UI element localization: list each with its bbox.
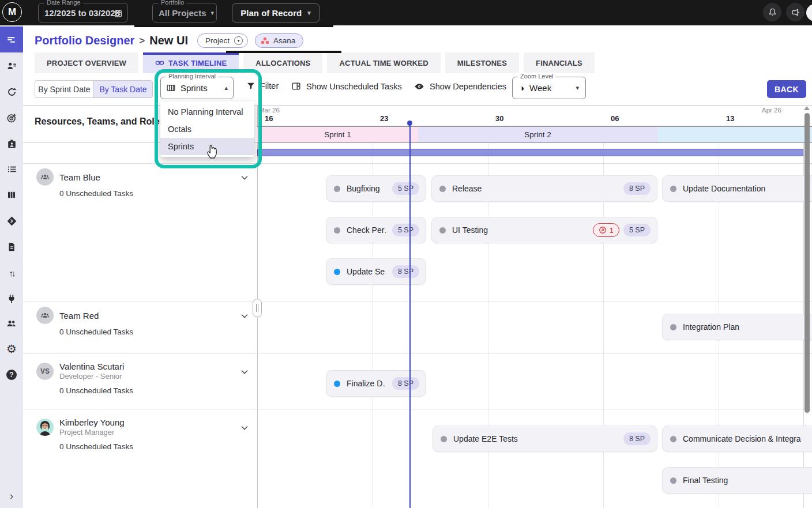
tab-task-timeline[interactable]: TASK TIMELINE <box>143 52 239 73</box>
scrollbar-up-arrow[interactable] <box>804 106 810 110</box>
chevron-down-icon[interactable] <box>240 367 249 377</box>
asana-icon <box>261 37 269 44</box>
sidebar-item-help[interactable]: ? <box>0 363 23 386</box>
avatar <box>36 168 54 186</box>
task-card-ui-testing[interactable]: UI Testing 1 5 SP <box>431 217 657 243</box>
task-card-finalize-design[interactable]: Finalize D… 8 SP <box>326 370 426 397</box>
badge-person-icon <box>6 138 17 149</box>
chevron-down-icon[interactable] <box>240 173 249 182</box>
sidebar-item-list[interactable] <box>0 157 23 180</box>
by-sprint-date-button[interactable]: By Sprint Date <box>35 80 94 98</box>
link-icon <box>155 58 164 67</box>
diamond-arrow-icon <box>6 216 17 227</box>
list-icon <box>6 164 17 175</box>
tab-milestones[interactable]: MILESTONES <box>445 52 519 73</box>
week-label: 23 <box>380 114 388 123</box>
task-card-integration-plan[interactable]: Integration Plan <box>662 314 812 340</box>
zoom-level-select[interactable]: Zoom Level ◑ Week ▾ <box>512 77 586 99</box>
left-sidebar: ↑↓ ⚙ ? › <box>0 25 23 508</box>
breadcrumb-separator: > <box>139 35 145 47</box>
row-name: Valentina Scutari <box>59 362 124 371</box>
panel-resize-handle[interactable] <box>253 299 262 317</box>
show-unscheduled-toggle[interactable]: Show Unscheduled Tasks <box>291 81 402 91</box>
task-card-communicate-decision[interactable]: Communicate Decision & Integra <box>662 426 812 452</box>
menu-item-no-planning-interval[interactable]: No Planning Interval <box>160 103 254 121</box>
breadcrumb-portfolio-designer[interactable]: Portfolio Designer <box>35 34 134 47</box>
planning-interval-select[interactable]: Planning Interval Sprints ▴ <box>160 77 234 99</box>
by-task-date-button[interactable]: By Task Date <box>93 80 153 98</box>
tab-financials[interactable]: FINANCIALS <box>524 52 595 73</box>
filter-button[interactable]: Filter <box>246 81 279 91</box>
filter-icon <box>246 81 255 91</box>
plan-of-record-button[interactable]: Plan of Record ▾ <box>232 3 319 22</box>
sidebar-item-settings[interactable]: ⚙ <box>0 337 23 360</box>
task-card-final-testing[interactable]: Final Testing <box>662 467 812 494</box>
columns-icon <box>6 190 17 200</box>
sidebar-item-roles[interactable] <box>0 132 23 155</box>
status-dot <box>670 186 676 192</box>
document-icon <box>6 242 17 252</box>
announcements-button[interactable] <box>786 3 805 21</box>
status-dot <box>334 186 340 192</box>
plan-of-record-label: Plan of Record <box>240 8 302 18</box>
sidebar-item-portfolio-designer[interactable] <box>0 27 23 52</box>
task-card-update-services[interactable]: Update Se… 8 SP <box>326 258 426 285</box>
sidebar-item-columns[interactable] <box>0 183 23 206</box>
filter-label: Filter <box>260 81 279 91</box>
task-card-release[interactable]: Release 8 SP <box>431 175 657 202</box>
date-range-field[interactable]: Date Range 12/2025 to 03/2028 <box>38 3 128 22</box>
sidebar-item-teams[interactable] <box>0 312 23 335</box>
sidebar-item-import-export[interactable]: ↑↓ <box>0 261 23 284</box>
person-photo-icon <box>36 419 54 436</box>
sidebar-collapse-button[interactable]: › <box>0 484 23 507</box>
sidebar-item-resources[interactable] <box>0 54 23 77</box>
sidebar-item-sync[interactable] <box>0 80 23 103</box>
row-role: Developer - Senior <box>59 372 122 381</box>
sprint-band: Sprint 1 Sprint 2 Sprint 3 <box>257 126 812 143</box>
row-name: Kimberley Young <box>59 417 125 427</box>
menu-item-octals[interactable]: Octals <box>160 121 254 138</box>
tab-allocations[interactable]: ALLOCATIONS <box>243 52 322 73</box>
chevron-down-icon: ▾ <box>211 9 215 17</box>
plug-icon <box>6 293 17 304</box>
row-name: Team Red <box>59 311 99 321</box>
tab-actual-time-worked[interactable]: ACTUAL TIME WORKED <box>327 52 440 73</box>
app-root: M Date Range 12/2025 to 03/2028 Portfoli… <box>0 0 812 508</box>
chevron-down-icon[interactable] <box>240 423 249 432</box>
people-icon <box>6 318 17 329</box>
row-unscheduled-count: 0 Unscheduled Tasks <box>59 442 133 451</box>
calendar-icon[interactable] <box>114 9 123 18</box>
sidebar-item-integrations[interactable] <box>0 287 23 310</box>
chevron-up-icon: ▴ <box>224 84 228 92</box>
sidebar-item-documents[interactable] <box>0 235 23 258</box>
portfolio-select[interactable]: Portfolio All Projects ▾ <box>152 3 217 22</box>
chevron-down-icon[interactable] <box>240 311 249 321</box>
project-type-pill[interactable]: Project ▾ <box>197 33 248 48</box>
vertical-scrollbar[interactable] <box>805 113 810 413</box>
user-avatar[interactable] <box>806 4 812 21</box>
task-card-update-e2e-tests[interactable]: Update E2E Tests 8 SP <box>433 426 657 452</box>
status-dot <box>670 436 676 442</box>
show-dependencies-toggle[interactable]: Show Dependencies <box>414 81 506 92</box>
sidebar-item-goals[interactable] <box>0 106 23 129</box>
hand-cursor-icon <box>205 142 220 159</box>
notifications-button[interactable] <box>763 3 781 21</box>
row-role: Project Manager <box>59 428 114 436</box>
target-icon <box>6 112 17 123</box>
task-card-update-documentation[interactable]: Update Documentation <box>662 175 812 202</box>
top-bar: M Date Range 12/2025 to 03/2028 Portfoli… <box>0 0 812 25</box>
tab-project-overview[interactable]: PROJECT OVERVIEW <box>35 52 138 73</box>
asana-integration-pill[interactable]: Asana <box>255 33 303 48</box>
sidebar-item-navigation[interactable] <box>0 209 23 232</box>
row-unscheduled-count: 0 Unscheduled Tasks <box>59 189 133 198</box>
status-dot <box>670 477 676 484</box>
app-logo[interactable]: M <box>2 2 22 22</box>
eye-icon <box>414 81 424 92</box>
page-header: Portfolio Designer > New UI Project ▾ As… <box>23 26 812 52</box>
timeline-canvas: Mar 26 Apr 26 16 23 30 06 13 Sprint 1 Sp… <box>257 106 812 508</box>
task-card-bugfixing[interactable]: Bugfixing 5 SP <box>326 175 426 202</box>
side-panel-icon <box>291 81 301 91</box>
back-button[interactable]: BACK <box>767 80 806 98</box>
status-dot-blue <box>334 381 340 387</box>
task-card-check-performance[interactable]: Check Per… 5 SP <box>326 217 426 243</box>
